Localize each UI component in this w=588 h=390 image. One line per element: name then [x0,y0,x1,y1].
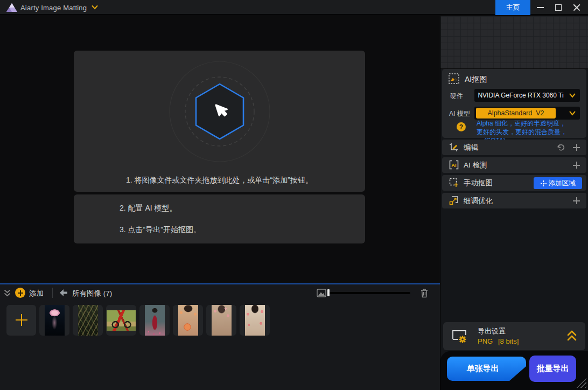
model-description-text: 更好的头发，更好的混合质量， [477,128,567,136]
batch-export-button[interactable]: 批量导出 [529,356,576,382]
thumbnail-strip [6,305,270,336]
section-edit[interactable]: 编辑 [442,140,586,155]
hardware-value: NVIDIA GeForce RTX 3060 Ti [474,89,567,102]
model-value-pill: AlphaStandard V2 [476,108,556,119]
single-export-button[interactable]: 单张导出 [447,357,526,381]
add-region-button[interactable]: 添加区域 [534,177,582,189]
trash-icon[interactable] [420,288,429,298]
chevron-down-icon [569,111,576,116]
thumbnail-woman-garden[interactable] [206,305,236,336]
export-settings-icon [452,329,468,344]
ai-matting-icon [449,73,459,84]
thumbnail-woman-roses[interactable] [240,305,270,336]
canvas-area: 1. 将图像文件或文件夹拖放到此处，或单击“添加”按钮。 2. 配置 AI 模型… [0,16,440,283]
slider-handle[interactable] [327,289,330,296]
expand-edit-button[interactable] [573,144,580,151]
home-button[interactable]: 主页 [495,0,530,15]
thumbnail-woman-red-dress[interactable] [139,305,170,336]
thumbnail-woman-bouquet[interactable] [173,305,203,336]
sidebar: AI抠图 硬件 NVIDIA GeForce RTX 3060 Ti AI 模型… [440,16,588,390]
section-manual-matting-label: 手动抠图 [464,178,493,188]
thumbnail-forest-branches[interactable] [73,305,103,336]
thumbnail-jellyfish[interactable] [39,305,69,336]
refine-icon [449,196,459,205]
all-images-filter-label: 所有图像 (7) [72,289,112,298]
export-settings-card[interactable]: 导出设置 PNG [8 bits] [443,322,585,350]
section-ai-detect-label: AI 检测 [464,161,487,170]
svg-text:AI: AI [451,162,457,168]
hardware-label: 硬件 [450,92,463,101]
section-refine[interactable]: 细调优化 [442,193,586,208]
ai-detect-icon: AI [449,160,459,170]
thumbnail-mountain-bike[interactable] [106,305,136,336]
thumbnail-image [107,310,136,331]
crosshair-plus-icon [541,180,547,186]
instruction-step1: 1. 将图像文件或文件夹拖放到此处，或单击“添加”按钮。 [74,176,365,185]
close-button[interactable] [569,0,585,15]
manual-matting-icon [449,178,459,187]
minimize-icon [537,7,544,8]
filmstrip-panel: 添加 所有图像 (7) [0,283,440,390]
export-format: PNG [478,337,493,345]
close-icon [573,4,580,11]
add-images-label: 添加 [29,289,44,298]
thumbnail-zoom-slider[interactable] [328,292,410,294]
minimize-button[interactable] [532,0,548,15]
section-edit-label: 编辑 [464,143,478,152]
app-title: Aiarty Image Matting [20,4,87,12]
thumbnail-image [245,305,265,336]
section-ai-detect[interactable]: AI AI 检测 [442,157,586,173]
add-region-label: 添加区域 [549,179,576,188]
thumbnail-image [212,305,232,336]
app-window: Aiarty Image Matting 主页 1. 将图像文件或文件夹拖放到此… [0,0,588,390]
back-arrow-icon[interactable] [59,289,68,296]
model-description-line1: Alpha 细化，更好的半透明度， [477,119,566,128]
hardware-select[interactable]: NVIDIA GeForce RTX 3060 Ti [474,89,580,102]
thumbnail-image [178,305,198,336]
add-image-tile[interactable] [6,305,36,336]
thumbnail-image [45,305,65,336]
window-resize-grip[interactable] [576,377,586,388]
toolbar-divider [52,288,53,298]
filmstrip-collapse-chevron-icon[interactable] [4,289,11,297]
app-logo-icon [6,3,18,12]
collapse-chevron-up-icon[interactable] [567,330,577,342]
maximize-button[interactable] [550,0,566,15]
model-select[interactable]: AlphaStandard V2 [474,107,580,120]
dropzone[interactable]: 1. 将图像文件或文件夹拖放到此处，或单击“添加”按钮。 [74,51,365,192]
export-bit-depth: [8 bits] [498,337,519,345]
instruction-step2: 2. 配置 AI 模型。 [120,204,177,213]
export-settings-title: 导出设置 [478,326,506,336]
instruction-panel: 2. 配置 AI 模型。 3. 点击“导出”开始抠图。 [74,194,365,243]
maximize-icon [555,4,562,11]
instruction-step3: 3. 点击“导出”开始抠图。 [120,225,201,235]
section-refine-label: 细调优化 [464,196,493,206]
expand-refine-button[interactable] [573,197,580,204]
add-images-button[interactable] [15,288,25,298]
drop-hexagon-cursor-icon [163,55,276,168]
undo-button[interactable] [556,143,565,151]
ai-matting-title: AI抠图 [465,75,487,85]
titlebar: Aiarty Image Matting 主页 [0,0,588,15]
chevron-down-icon [569,93,576,98]
edit-icon [449,142,459,152]
section-manual-matting[interactable]: 手动抠图 添加区域 [442,175,586,191]
app-menu-chevron-down-icon[interactable] [92,5,98,10]
model-label: AI 模型 [449,109,470,119]
thumbnail-image [145,305,165,336]
thumbnail-size-icon [317,289,326,297]
export-actions: 单张导出 批量导出 [440,351,588,390]
ai-matting-section: AI抠图 硬件 NVIDIA GeForce RTX 3060 Ti AI 模型… [442,69,586,138]
transparency-grid-preview [440,16,588,69]
thumbnail-image [78,305,98,336]
model-help-icon[interactable]: ? [457,122,466,131]
expand-ai-detect-button[interactable] [573,162,580,169]
